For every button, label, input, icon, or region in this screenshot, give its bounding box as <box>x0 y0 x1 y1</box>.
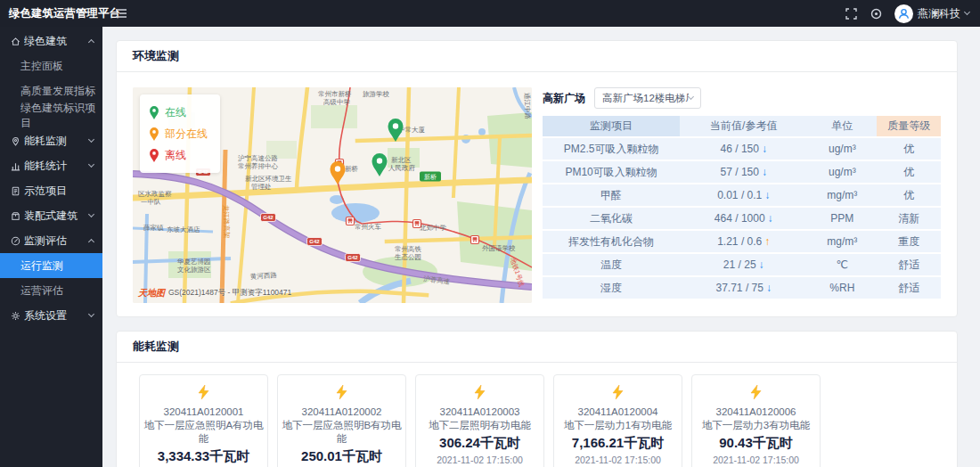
sidebar-item-system-settings[interactable]: 系统设置 <box>0 303 102 328</box>
station-label: 高新广场 <box>543 91 585 106</box>
meter-time: 2021-11-02 17:15:00 <box>692 453 820 467</box>
package-icon <box>11 211 20 221</box>
lightning-icon <box>336 385 347 399</box>
user-menu[interactable]: 燕澜科技 <box>894 4 969 23</box>
sidebar-item-running-monitor[interactable]: 运行监测 <box>0 253 102 278</box>
sidebar-item-green-label-projects[interactable]: 绿色建筑标识项目 <box>0 103 102 128</box>
svg-text:常州高铁: 常州高铁 <box>395 245 422 253</box>
sidebar-item-green-building[interactable]: 绿色建筑 <box>0 29 102 53</box>
fullscreen-icon[interactable] <box>845 7 858 20</box>
svg-text:龙江路高架: 龙江路高架 <box>222 205 231 239</box>
legend-online: 在线 <box>149 102 208 123</box>
tianditu-logo: 天地图 <box>138 287 165 299</box>
svg-text:文化旅游区: 文化旅游区 <box>177 266 211 274</box>
svg-text:北郊中学: 北郊中学 <box>420 224 447 232</box>
chevron-down-icon <box>88 136 94 143</box>
energy-meter-card: 320411A0120003 地下二层照明有功电能 306.24千瓦时 2021… <box>415 374 544 467</box>
trend-arrow: ↓ <box>764 189 770 201</box>
table-row: 甲醛 0.01 / 0.1↓ mg/m³ 优 <box>543 184 941 206</box>
station-select[interactable]: 高新广场12楼电梯厅 <box>594 87 701 109</box>
bar-chart-icon <box>11 161 20 171</box>
svg-text:外国语学校: 外国语学校 <box>482 244 516 252</box>
col-value: 当前值/参考值 <box>680 116 807 136</box>
home-icon <box>11 37 20 46</box>
trend-arrow: ↓ <box>768 212 773 225</box>
sidebar-item-prefab-building[interactable]: 装配式建筑 <box>0 203 102 228</box>
trend-arrow: ↓ <box>759 258 764 271</box>
sidebar-item-monitor-evaluate[interactable]: 监测评估 <box>0 228 102 253</box>
sidebar-item-demo-projects[interactable]: 示范项目 <box>0 178 102 203</box>
svg-text:一中队: 一中队 <box>141 198 161 206</box>
chevron-down-icon <box>964 9 970 15</box>
svg-text:生态公园: 生态公园 <box>394 253 421 261</box>
table-row: 温度 21 / 25↓ ℃ 舒适 <box>543 254 941 275</box>
lightning-icon <box>474 385 486 399</box>
trend-arrow: ↑ <box>764 235 770 248</box>
menu-fold-icon[interactable] <box>115 8 127 19</box>
svg-text:新北区环境卫生: 新北区环境卫生 <box>245 175 292 183</box>
user-name: 燕澜科技 <box>918 6 960 21</box>
topbar-actions: 燕澜科技 <box>845 4 980 23</box>
location-pin-icon <box>11 136 20 146</box>
map-legend: 在线 部分在线 离线 <box>140 94 220 173</box>
legend-online-label: 在线 <box>165 105 186 120</box>
energy-meter-card: 320411A0120002 地下一层应急照明B有功电能 250.01千瓦时 2… <box>277 374 406 467</box>
chevron-down-icon <box>88 211 94 217</box>
energy-meter-card: 320411A0120006 地下一层动力3有功电能 90.43千瓦时 2021… <box>691 374 821 467</box>
energy-card-list: 320411A0120001 地下一层应急照明A有功电能 3,334.33千瓦时… <box>117 363 957 467</box>
svg-text:G42: G42 <box>347 255 358 260</box>
energy-monitor-card: 能耗监测 320411A0120001 地下一层应急照明A有功电能 3,334.… <box>116 331 958 467</box>
col-unit: 单位 <box>807 116 877 136</box>
meter-value: 250.01千瓦时 <box>278 447 405 466</box>
settings-icon[interactable] <box>870 7 883 20</box>
env-table-header-row: 监测项目 当前值/参考值 单位 质量等级 <box>543 116 941 136</box>
meter-id: 320411A0120003 <box>416 405 543 419</box>
sidebar-item-quality-index[interactable]: 高质量发展指标 <box>0 78 102 103</box>
chevron-up-icon <box>88 39 94 45</box>
svg-text:高级中学: 高级中学 <box>323 98 351 106</box>
svg-text:G42: G42 <box>263 215 274 220</box>
pin-icon-green <box>149 106 159 119</box>
svg-text:沪宁高速公路: 沪宁高速公路 <box>238 154 278 162</box>
sidebar: 绿色建筑 主控面板 高质量发展指标 绿色建筑标识项目 能耗监测 能耗统计 示范项… <box>0 27 102 467</box>
svg-text:常州市新桥: 常州市新桥 <box>318 90 352 98</box>
col-item: 监测项目 <box>543 116 680 136</box>
svg-text:区水政监察: 区水政监察 <box>138 190 172 198</box>
lightning-icon <box>612 385 624 399</box>
table-row: 湿度 37.71 / 75↓ %RH 舒适 <box>543 277 941 299</box>
svg-text:新北区: 新北区 <box>391 156 412 164</box>
legend-offline: 离线 <box>149 144 208 166</box>
meter-time: 2021-11-02 17:15:00 <box>416 453 543 467</box>
meter-name: 地下一层应急照明A有功电能 <box>140 419 267 446</box>
pin-icon-red <box>149 149 159 162</box>
meter-value: 90.43千瓦时 <box>692 433 820 453</box>
sidebar-item-energy-stats[interactable]: 能耗统计 <box>0 153 102 178</box>
sidebar-item-operation-evaluate[interactable]: 运营评估 <box>0 278 102 303</box>
xinqiao-town-badge: 新桥 <box>420 172 441 182</box>
svg-text:新桥: 新桥 <box>345 165 359 173</box>
chevron-up-icon <box>88 239 94 245</box>
svg-text:通江中路: 通江中路 <box>523 93 532 119</box>
sidebar-item-energy-monitor[interactable]: 能耗监测 <box>0 128 102 153</box>
energy-section-title: 能耗监测 <box>117 332 957 363</box>
svg-text:旅游学校: 旅游学校 <box>363 90 390 98</box>
station-select-value: 高新广场12楼电梯厅 <box>602 92 689 105</box>
attribution-text: GS(2021)1487号 - 甲测资字1100471 <box>168 288 291 299</box>
sidebar-item-main-dashboard[interactable]: 主控面板 <box>0 53 102 78</box>
meter-value: 7,166.21千瓦时 <box>554 433 682 453</box>
energy-meter-card: 320411A0120004 地下一层动力1有功电能 7,166.21千瓦时 2… <box>553 374 682 467</box>
meter-name: 地下一层动力1有功电能 <box>554 419 682 432</box>
meter-id: 320411A0120006 <box>692 405 820 419</box>
map-canvas[interactable]: G42 G42 G42 G42 新桥 旅游学校 常州市新桥 高级中学 <box>133 87 532 303</box>
legend-partial: 部分在线 <box>149 123 208 144</box>
meter-name: 地下一层动力3有功电能 <box>692 419 820 432</box>
svg-text:常州火车: 常州火车 <box>355 223 382 231</box>
meter-id: 320411A0120001 <box>140 405 267 419</box>
pin-icon-orange <box>149 127 159 141</box>
top-header: 绿色建筑运营管理平台 燕澜科技 <box>0 0 980 27</box>
compass-icon <box>11 236 20 246</box>
meter-value: 3,334.33千瓦时 <box>140 447 267 466</box>
main-content: 环境监测 <box>102 27 980 467</box>
svg-text:常州养排中心: 常州养排中心 <box>238 162 279 170</box>
lightning-icon <box>198 385 209 399</box>
